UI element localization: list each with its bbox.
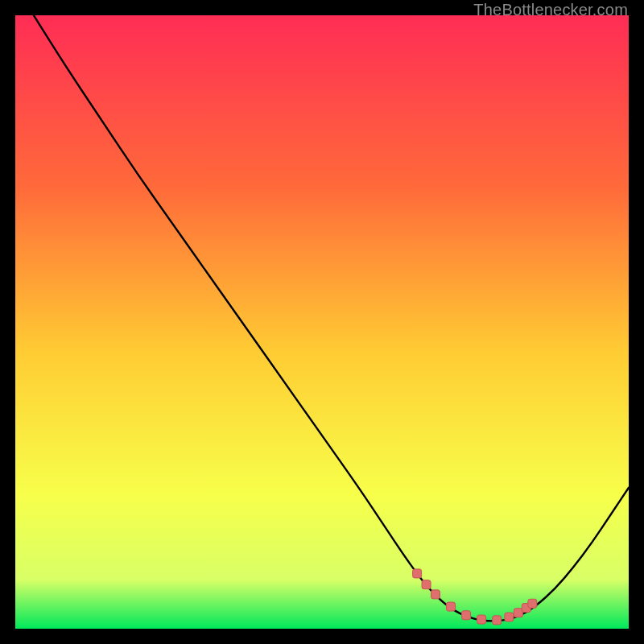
data-marker — [462, 611, 471, 620]
data-marker — [528, 599, 537, 608]
data-marker — [422, 580, 431, 589]
data-marker — [493, 616, 502, 625]
data-marker — [413, 569, 422, 578]
data-marker — [447, 602, 456, 611]
data-marker — [477, 615, 486, 624]
chart-frame — [15, 15, 629, 629]
data-marker — [431, 590, 440, 599]
bottleneck-chart — [15, 15, 629, 629]
data-marker — [505, 613, 514, 621]
gradient-background — [15, 15, 629, 629]
watermark-text: TheBottlenecker.com — [473, 1, 628, 19]
data-marker — [514, 609, 522, 617]
